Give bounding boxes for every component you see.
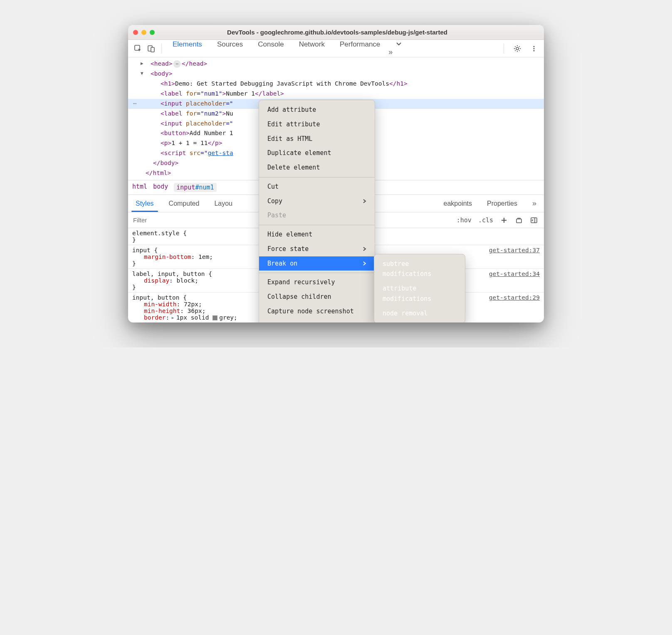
expand-shorthand-icon[interactable]: ▸: [171, 314, 175, 321]
ctx-copy[interactable]: Copy: [259, 194, 375, 209]
ctx-delete-element[interactable]: Delete element: [259, 160, 375, 175]
ptab-properties[interactable]: Properties: [479, 196, 525, 212]
cls-toggle[interactable]: .cls: [478, 217, 493, 224]
toolbar-separator: [161, 44, 162, 54]
chevron-right-icon: [362, 261, 366, 266]
ctx-edit-attribute[interactable]: Edit attribute: [259, 117, 375, 132]
crumb-input-num1[interactable]: input#num1: [174, 183, 216, 192]
dom-node-label1[interactable]: <label for="num1">Number 1</label>: [128, 89, 544, 99]
ctx-capture-screenshot[interactable]: Capture node screenshot: [259, 304, 375, 319]
maximize-window-button[interactable]: [150, 30, 155, 35]
rule-source-link[interactable]: get-started:34: [489, 271, 540, 277]
gear-icon[interactable]: [511, 42, 524, 55]
ctx-separator: [259, 177, 375, 177]
ctx-collapse-children[interactable]: Collapse children: [259, 290, 375, 304]
crumb-html[interactable]: html: [132, 183, 147, 192]
ctx-hide-element[interactable]: Hide element: [259, 227, 375, 242]
minimize-window-button[interactable]: [141, 30, 146, 35]
ctx-separator: [259, 225, 375, 225]
ctx-node-removal[interactable]: node removal: [374, 306, 465, 321]
context-submenu-break-on: subtree modifications attribute modifica…: [374, 254, 465, 323]
ctx-force-state[interactable]: Force state: [259, 242, 375, 256]
inspect-element-icon[interactable]: [131, 42, 145, 55]
ptab-overflow-icon[interactable]: »: [525, 195, 544, 212]
chevron-right-icon: [362, 246, 366, 251]
crumb-body[interactable]: body: [153, 183, 168, 192]
traffic-lights: [133, 30, 155, 35]
dom-node-body-open[interactable]: ▼<body>: [128, 69, 544, 79]
kebab-menu-icon[interactable]: [527, 42, 541, 55]
line-actions-icon[interactable]: [133, 99, 149, 109]
ctx-break-on[interactable]: Break on subtree modifications attribute…: [259, 256, 375, 271]
ptab-breakpoints[interactable]: eakpoints: [436, 196, 480, 212]
color-swatch-icon[interactable]: [212, 315, 217, 320]
device-toggle-icon[interactable]: [145, 42, 158, 55]
ctx-add-attribute[interactable]: Add attribute: [259, 103, 375, 117]
devtools-window: DevTools - googlechrome.github.io/devtoo…: [128, 25, 544, 322]
toggle-sidebar-icon[interactable]: [530, 216, 538, 224]
ctx-cut[interactable]: Cut: [259, 180, 375, 194]
new-style-rule-icon[interactable]: [500, 216, 508, 224]
computed-styles-icon[interactable]: [515, 216, 523, 224]
rule-source-link[interactable]: get-started:29: [489, 294, 540, 301]
main-toolbar: Elements Sources Console Network Perform…: [128, 40, 544, 57]
ptab-styles[interactable]: Styles: [128, 196, 161, 212]
ctx-edit-as-html[interactable]: Edit as HTML: [259, 132, 375, 146]
toolbar-separator: [504, 44, 504, 54]
svg-rect-2: [151, 47, 154, 52]
ctx-separator: [259, 273, 375, 273]
dom-node-head[interactable]: ▶<head>⋯</head>: [128, 59, 544, 69]
dom-node-h1[interactable]: <h1>Demo: Get Started Debugging JavaScri…: [128, 79, 544, 89]
svg-point-5: [533, 48, 534, 49]
ptab-layout[interactable]: Layou: [207, 196, 240, 212]
ctx-attribute-modifications[interactable]: attribute modifications: [374, 281, 465, 306]
chevron-right-icon: [362, 199, 366, 204]
ctx-duplicate-element[interactable]: Duplicate element: [259, 146, 375, 160]
svg-point-6: [533, 50, 534, 51]
ctx-paste: Paste: [259, 208, 375, 223]
context-menu: Add attribute Edit attribute Edit as HTM…: [259, 100, 375, 322]
ctx-expand-recursively[interactable]: Expand recursively: [259, 275, 375, 290]
rule-source-link[interactable]: get-started:37: [489, 247, 540, 254]
ptab-computed[interactable]: Computed: [161, 196, 207, 212]
svg-rect-7: [516, 219, 521, 223]
dom-tree[interactable]: ▶<head>⋯</head> ▼<body> <h1>Demo: Get St…: [128, 57, 544, 180]
svg-point-3: [516, 47, 519, 50]
ctx-subtree-modifications[interactable]: subtree modifications: [374, 257, 465, 282]
close-window-button[interactable]: [133, 30, 138, 35]
window-title: DevTools - googlechrome.github.io/devtoo…: [161, 29, 539, 36]
ctx-scroll-into-view[interactable]: Scroll into view: [259, 319, 375, 323]
svg-point-4: [533, 46, 534, 47]
hov-toggle[interactable]: :hov: [457, 217, 472, 224]
